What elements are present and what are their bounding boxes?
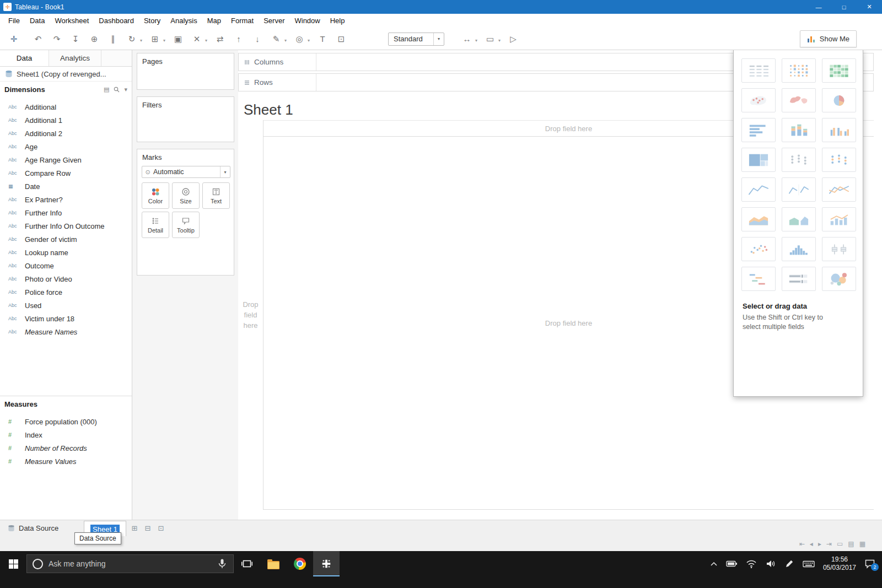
pages-card[interactable]: Pages xyxy=(137,53,234,90)
tooltip-button[interactable]: Tooltip xyxy=(172,212,200,238)
fit-icon[interactable]: ↔ xyxy=(460,35,474,43)
sort-descending-icon[interactable]: ↓ xyxy=(250,35,265,43)
menu-format[interactable]: Format xyxy=(226,14,259,28)
tray-expand-icon[interactable] xyxy=(710,561,718,567)
mark-type-dropdown[interactable]: ⊙ Automatic ▾ xyxy=(142,166,230,178)
menu-worksheet[interactable]: Worksheet xyxy=(50,14,94,28)
chrome-button[interactable] xyxy=(287,551,313,576)
showme-packed-bubbles[interactable] xyxy=(822,267,856,291)
showme-side-by-side-bars[interactable] xyxy=(822,118,856,142)
menu-file[interactable]: File xyxy=(3,14,25,28)
filters-card[interactable]: Filters xyxy=(137,96,234,142)
run-auto-updates-icon[interactable]: ↻ xyxy=(125,35,139,43)
field-additional[interactable]: AbcAdditional xyxy=(0,100,132,114)
menu-server[interactable]: Server xyxy=(259,14,289,28)
new-worksheet-button[interactable]: ⊞ xyxy=(129,522,140,533)
pen-icon[interactable] xyxy=(784,559,794,569)
presentation-mode-icon[interactable]: ▷ xyxy=(506,35,520,43)
menu-data[interactable]: Data xyxy=(25,14,50,28)
field-number-of-records[interactable]: #Number of Records xyxy=(0,441,132,455)
wifi-icon[interactable] xyxy=(746,559,757,569)
rows-drop-zone[interactable]: Drop field here xyxy=(238,120,263,510)
swap-rows-columns-icon[interactable]: ⇄ xyxy=(213,35,227,43)
chevron-down-icon[interactable]: ▾ xyxy=(220,166,230,177)
showme-side-by-side-circles[interactable] xyxy=(822,148,856,172)
microphone-icon[interactable] xyxy=(217,558,228,569)
showme-filled-map[interactable] xyxy=(782,88,816,112)
field-outcome[interactable]: AbcOutcome xyxy=(0,259,132,272)
tableau-logo-icon[interactable]: ✛ xyxy=(7,35,21,43)
size-button[interactable]: Size xyxy=(172,182,200,209)
field-age[interactable]: AbcAge xyxy=(0,140,132,153)
field-age-range-given[interactable]: AbcAge Range Given xyxy=(0,153,132,166)
taskbar-clock[interactable]: 19:56 05/03/2017 xyxy=(823,555,856,572)
group-members-icon[interactable]: ◎ xyxy=(292,35,306,43)
detail-button[interactable]: Detail xyxy=(142,212,169,238)
menu-analysis[interactable]: Analysis xyxy=(165,14,202,28)
start-button[interactable] xyxy=(0,551,26,576)
new-dashboard-button[interactable]: ⊟ xyxy=(142,522,153,533)
showme-heat-map[interactable] xyxy=(782,58,816,83)
chevron-down-icon[interactable]: ▾ xyxy=(140,38,142,43)
field-index[interactable]: #Index xyxy=(0,428,132,441)
maximize-button[interactable]: □ xyxy=(831,0,857,14)
duplicate-sheet-icon[interactable]: ▣ xyxy=(171,35,185,43)
showme-histogram[interactable] xyxy=(782,237,816,261)
taskbar-search[interactable]: Ask me anything xyxy=(26,554,234,573)
minimize-button[interactable]: — xyxy=(806,0,831,14)
field-further-info-on-outcome[interactable]: AbcFurther Info On Outcome xyxy=(0,219,132,233)
field-used[interactable]: AbcUsed xyxy=(0,299,132,312)
action-center-button[interactable]: 2 xyxy=(864,559,875,569)
chevron-down-icon[interactable]: ▾ xyxy=(205,38,207,43)
chevron-down-icon[interactable]: ▾ xyxy=(475,38,477,43)
chevron-down-icon[interactable]: ▾ xyxy=(308,38,310,43)
field-ex-partner[interactable]: AbcEx Partner? xyxy=(0,193,132,206)
showme-box-and-whisker[interactable] xyxy=(822,237,856,261)
field-compare-row[interactable]: AbcCompare Row xyxy=(0,166,132,180)
field-police-force[interactable]: AbcPolice force xyxy=(0,285,132,299)
showme-gantt[interactable] xyxy=(741,267,776,291)
field-lookup-name[interactable]: AbcLookup name xyxy=(0,246,132,259)
new-story-button[interactable]: ⊡ xyxy=(155,522,166,533)
field-additional-2[interactable]: AbcAdditional 2 xyxy=(0,127,132,140)
field-gender-of-victim[interactable]: AbcGender of victim xyxy=(0,233,132,246)
show-hide-cards-icon[interactable]: ▭ xyxy=(483,35,497,43)
show-sheet-sorter[interactable]: ▦ xyxy=(859,540,865,548)
volume-icon[interactable] xyxy=(765,559,776,569)
showme-lines-discrete[interactable] xyxy=(782,177,816,202)
task-view-button[interactable] xyxy=(234,551,260,576)
close-button[interactable]: ✕ xyxy=(857,0,882,14)
next-sheet[interactable]: ▸ xyxy=(818,540,821,548)
battery-icon[interactable] xyxy=(726,558,738,569)
tab-data[interactable]: Data xyxy=(0,50,49,66)
menu-story[interactable]: Story xyxy=(139,14,165,28)
showme-highlight-table[interactable] xyxy=(822,58,856,83)
chevron-down-icon[interactable]: ▾ xyxy=(284,38,287,43)
sort-ascending-icon[interactable]: ↑ xyxy=(232,35,246,43)
showme-area-discrete[interactable] xyxy=(782,207,816,231)
menu-window[interactable]: Window xyxy=(289,14,325,28)
data-source-tab[interactable]: Data Source xyxy=(3,520,63,536)
showme-horizontal-bars[interactable] xyxy=(741,118,776,142)
datasource-item[interactable]: Sheet1 (Copy of revenged... xyxy=(0,67,132,82)
menu-map[interactable]: Map xyxy=(202,14,226,28)
previous-sheet[interactable]: ◂ xyxy=(810,540,813,548)
showme-bullet-graph[interactable] xyxy=(782,267,816,291)
chevron-down-icon[interactable]: ▾ xyxy=(163,38,165,43)
jump-to-last-sheet[interactable]: ⇥ xyxy=(826,540,832,548)
show-mark-labels-icon[interactable]: T xyxy=(315,35,330,43)
field-measure-names[interactable]: AbcMeasure Names xyxy=(0,325,132,338)
pause-auto-updates-icon[interactable]: ∥ xyxy=(106,35,120,43)
showme-text-table[interactable] xyxy=(741,58,776,83)
highlight-icon[interactable]: ✎ xyxy=(269,35,283,43)
search-icon[interactable] xyxy=(114,87,120,93)
new-data-source-icon[interactable]: ⊕ xyxy=(87,35,101,43)
fix-axes-icon[interactable]: ⊡ xyxy=(334,35,348,43)
color-button[interactable]: Color xyxy=(142,182,169,209)
menu-dashboard[interactable]: Dashboard xyxy=(94,14,139,28)
field-date[interactable]: ▦Date xyxy=(0,180,132,193)
chevron-down-icon[interactable]: ▾ xyxy=(124,86,127,93)
field-further-info[interactable]: AbcFurther Info xyxy=(0,206,132,219)
field-additional-1[interactable]: AbcAdditional 1 xyxy=(0,114,132,127)
new-worksheet-icon[interactable]: ⊞ xyxy=(148,35,162,43)
